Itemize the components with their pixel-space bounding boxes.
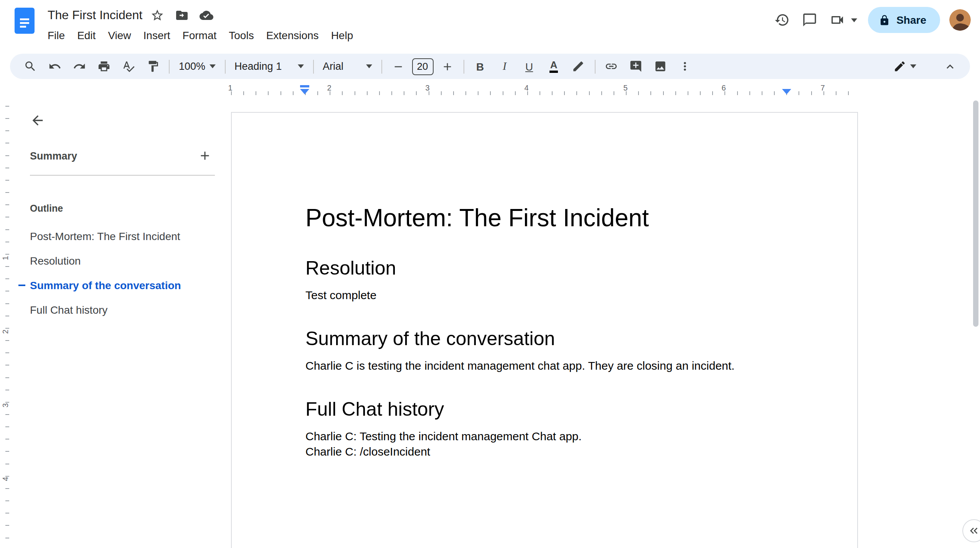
menu-item-tools[interactable]: Tools (223, 27, 260, 44)
toolbar-separator (224, 59, 225, 73)
insert-image-icon[interactable] (649, 56, 672, 76)
toolbar-separator (313, 59, 313, 73)
bold-button[interactable]: B (469, 56, 492, 76)
font-value: Arial (323, 61, 343, 72)
add-comment-icon[interactable] (624, 56, 647, 76)
paint-format-icon[interactable] (141, 56, 164, 76)
outline-item[interactable]: Post-Mortem: The First Incident (12, 224, 218, 248)
doc-paragraph[interactable]: Charlie C is testing the incident manage… (305, 358, 784, 374)
chevron-down-icon (366, 64, 372, 71)
double-chevron-left-icon (968, 525, 980, 537)
comments-icon[interactable] (796, 6, 823, 34)
google-docs-app: The First Incident File Edit View Insert… (0, 0, 980, 548)
star-icon[interactable] (147, 5, 167, 25)
summary-heading: Summary (30, 150, 77, 161)
outline-item[interactable]: Resolution (12, 248, 218, 273)
meet-button[interactable] (823, 6, 857, 34)
menu-item-view[interactable]: View (102, 27, 137, 44)
doc-paragraph[interactable]: Charlie C: /closeIncident (305, 444, 784, 459)
chevron-down-icon (910, 64, 916, 71)
ruler-label: 7 (820, 84, 825, 92)
redo-icon[interactable] (68, 56, 91, 76)
add-summary-icon[interactable] (195, 146, 215, 166)
print-icon[interactable] (92, 56, 115, 76)
toolbar-separator (463, 59, 464, 73)
header-actions: Share (768, 6, 971, 34)
undo-icon[interactable] (43, 56, 66, 76)
ruler-label: 1 (1, 253, 10, 263)
sidebar-divider (30, 175, 215, 176)
doc-section-heading[interactable]: Full Chat history (305, 398, 784, 420)
zoom-select[interactable]: 100% (173, 56, 221, 76)
vertical-scrollbar[interactable] (973, 100, 978, 327)
first-line-indent-marker[interactable] (300, 85, 309, 87)
left-indent-marker[interactable] (300, 89, 309, 94)
ruler-ticks (231, 91, 858, 95)
toolbar-separator (594, 59, 595, 73)
ruler-label: 1 (228, 84, 232, 92)
chevron-down-icon[interactable] (851, 18, 857, 25)
doc-section-heading[interactable]: Summary of the conversation (305, 327, 784, 350)
font-select[interactable]: Arial (317, 56, 377, 76)
outline-item[interactable]: Full Chat history (12, 298, 218, 322)
spellcheck-icon[interactable] (117, 56, 140, 76)
more-options-icon[interactable] (673, 56, 696, 76)
version-history-icon[interactable] (768, 6, 796, 34)
italic-button[interactable]: I (493, 56, 516, 76)
outline-item-active[interactable]: Summary of the conversation (12, 273, 218, 298)
toolbar-separator (381, 59, 382, 73)
share-label: Share (896, 14, 926, 26)
account-avatar[interactable] (949, 9, 971, 31)
chevron-down-icon (209, 64, 215, 71)
menu-item-file[interactable]: File (41, 27, 71, 44)
outline-sidebar: Summary Outline Post-Mortem: The First I… (12, 98, 231, 548)
ruler-label: 4 (1, 474, 10, 484)
vertical-ruler: 1 2 3 4 (0, 98, 12, 548)
toolbar-separator (169, 59, 170, 73)
font-size-input[interactable]: 20 (412, 58, 433, 75)
text-color-letter: A (549, 60, 558, 73)
highlight-color-icon[interactable] (567, 56, 590, 76)
text-color-button[interactable]: A (542, 56, 565, 76)
paragraph-style-value: Heading 1 (234, 61, 282, 72)
ruler-label: 3 (425, 84, 429, 92)
close-outline-icon[interactable] (24, 107, 51, 134)
pencil-icon (893, 60, 906, 73)
search-menus-icon[interactable] (18, 56, 41, 76)
header: The First Incident File Edit View Insert… (0, 0, 980, 54)
move-folder-icon[interactable] (172, 5, 191, 25)
underline-button[interactable]: U (518, 56, 541, 76)
menu-item-help[interactable]: Help (325, 27, 360, 44)
ruler-label: 2 (1, 327, 10, 336)
ruler-label: 5 (623, 84, 627, 92)
insert-link-icon[interactable] (600, 56, 623, 76)
outline-heading: Outline (30, 203, 63, 214)
menu-item-format[interactable]: Format (177, 27, 223, 44)
menu-item-extensions[interactable]: Extensions (260, 27, 325, 44)
right-indent-marker[interactable] (782, 89, 791, 94)
doc-section-heading[interactable]: Resolution (305, 257, 784, 279)
lock-icon (879, 14, 890, 26)
increase-font-size-icon[interactable] (436, 56, 459, 76)
document-title[interactable]: The First Incident (48, 8, 142, 22)
ruler-label: 4 (524, 84, 528, 92)
paragraph-style-select[interactable]: Heading 1 (229, 56, 309, 76)
horizontal-ruler: 1 2 3 4 5 6 7 (0, 82, 980, 98)
hide-menus-icon[interactable] (939, 56, 962, 76)
decrease-font-size-icon[interactable] (386, 56, 409, 76)
docs-logo-icon[interactable] (15, 8, 35, 34)
ruler-label: 2 (327, 84, 331, 92)
menu-item-insert[interactable]: Insert (137, 27, 177, 44)
document-page[interactable]: Post-Mortem: The First Incident Resoluti… (231, 112, 858, 548)
share-button[interactable]: Share (868, 7, 940, 33)
menu-item-edit[interactable]: Edit (71, 27, 102, 44)
ruler-label: 6 (721, 84, 726, 92)
zoom-value: 100% (179, 61, 205, 72)
menubar: File Edit View Insert Format Tools Exten… (41, 27, 359, 44)
doc-paragraph[interactable]: Test complete (305, 288, 784, 303)
doc-paragraph[interactable]: Charlie C: Testing the incident manageme… (305, 429, 784, 444)
videocam-icon[interactable] (823, 6, 851, 34)
editing-mode-select[interactable] (888, 56, 922, 76)
cloud-status-icon[interactable] (196, 5, 216, 25)
doc-title-heading[interactable]: Post-Mortem: The First Incident (305, 203, 784, 232)
